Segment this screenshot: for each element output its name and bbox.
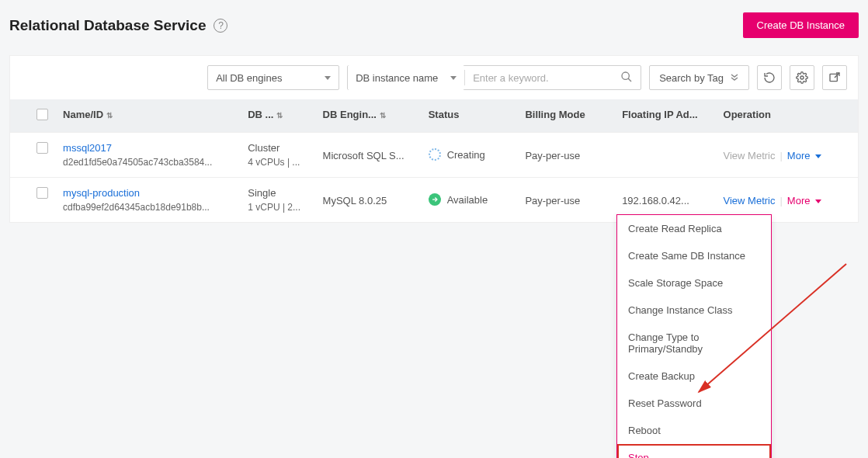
db-engine: Microsoft SQL S... [323, 150, 404, 161]
refresh-button[interactable] [757, 65, 782, 90]
spinner-icon [429, 148, 441, 161]
create-db-instance-button[interactable]: Create DB Instance [743, 12, 859, 38]
view-metric-link: View Metric [724, 150, 776, 161]
instance-name-link[interactable]: mysql-production [63, 187, 235, 199]
col-operation: Operation [724, 109, 771, 120]
caret-down-icon [450, 76, 457, 80]
svg-line-1 [628, 78, 631, 82]
caret-down-icon [325, 76, 331, 80]
view-metric-link[interactable]: View Metric [724, 195, 776, 206]
dropdown-item-create-read-replica[interactable]: Create Read Replica [617, 215, 771, 232]
search-by-tag-label: Search by Tag [659, 72, 724, 84]
col-name: Name/ID [63, 109, 103, 120]
status-text: Available [447, 194, 488, 206]
search-field-value: DB instance name [356, 72, 438, 84]
search-field-select[interactable]: DB instance name [348, 65, 464, 90]
col-status: Status [429, 109, 460, 120]
svg-point-2 [800, 76, 804, 79]
db-type: Single [248, 187, 310, 199]
search-input[interactable] [465, 72, 613, 84]
more-actions-link[interactable]: More [787, 150, 821, 161]
more-actions-link[interactable]: More [787, 195, 821, 206]
search-icon[interactable] [613, 71, 641, 85]
db-spec: 1 vCPU | 2... [248, 202, 310, 213]
more-actions-dropdown: Create Read ReplicaCreate Same DB Instan… [616, 214, 772, 232]
db-type: Cluster [248, 142, 310, 154]
engine-filter-value: All DB engines [216, 72, 282, 84]
instance-name-link[interactable]: mssql2017 [63, 142, 235, 154]
status-ok-icon [429, 193, 441, 206]
help-icon[interactable]: ? [214, 19, 227, 33]
billing-mode: Pay-per-use [525, 195, 580, 206]
instance-id: d2ed1fd5e0a74505ac743cba3584... [63, 157, 214, 168]
floating-ip: 192.168.0.42... [622, 195, 689, 206]
col-engine: DB Engin... [323, 109, 377, 120]
col-billing: Billing Mode [525, 109, 585, 120]
instances-panel: All DB engines DB instance name Search b… [9, 55, 859, 223]
instances-table: Name/ID⇅ DB ...⇅ DB Engin...⇅ Status Bil… [10, 99, 858, 222]
db-spec: 4 vCPUs | ... [248, 157, 310, 168]
separator: | [779, 150, 782, 161]
sort-icon[interactable]: ⇅ [380, 111, 386, 120]
sort-icon[interactable]: ⇅ [276, 111, 283, 120]
col-ip: Floating IP Ad... [622, 109, 698, 120]
separator: | [779, 195, 782, 206]
search-group: DB instance name [347, 65, 641, 90]
row-checkbox[interactable] [36, 142, 48, 154]
caret-down-icon [815, 154, 821, 158]
caret-down-icon [815, 200, 821, 203]
billing-mode: Pay-per-use [525, 150, 580, 161]
sort-icon[interactable]: ⇅ [106, 111, 113, 120]
db-engine: MySQL 8.0.25 [323, 195, 387, 206]
double-chevron-down-icon [730, 73, 739, 82]
page-title: Relational Database Service [9, 17, 206, 34]
export-button[interactable] [822, 65, 847, 90]
instance-id: cdfba99ef2d64345acb18de91b8b... [63, 202, 214, 213]
col-db: DB ... [248, 109, 273, 120]
row-checkbox[interactable] [36, 187, 48, 199]
svg-point-0 [622, 72, 629, 79]
search-by-tag-button[interactable]: Search by Tag [649, 65, 749, 90]
svg-rect-3 [830, 74, 837, 81]
status-text: Creating [447, 149, 485, 161]
settings-button[interactable] [790, 65, 814, 90]
table-row: mssql2017d2ed1fd5e0a74505ac743cba3584...… [10, 133, 858, 178]
engine-filter-select[interactable]: All DB engines [207, 65, 339, 90]
select-all-checkbox[interactable] [36, 109, 48, 120]
